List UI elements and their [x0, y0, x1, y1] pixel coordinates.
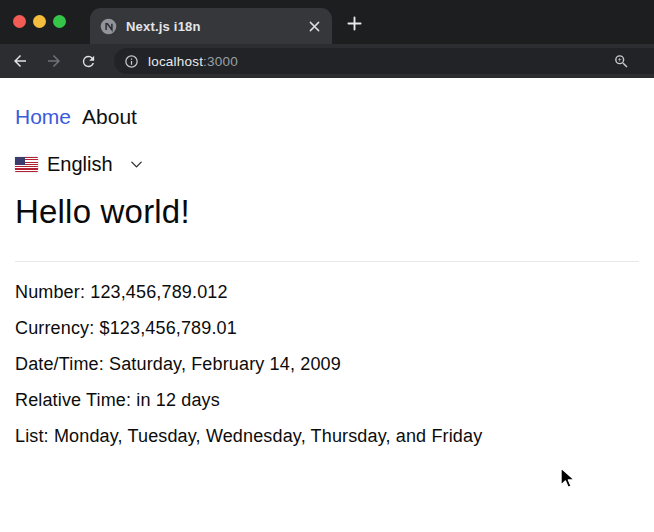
window-minimize-button[interactable] [33, 15, 46, 28]
stat-row-number: Number: 123,456,789.012 [15, 281, 639, 304]
url-text: localhost:3000 [148, 54, 238, 69]
url-host: localhost [148, 54, 203, 69]
stat-label: Date/Time: [15, 354, 104, 374]
mouse-cursor [556, 466, 578, 492]
browser-toolbar: localhost:3000 [0, 44, 654, 78]
browser-tab[interactable]: Next.js i18n [90, 8, 332, 44]
stat-row-currency: Currency: $123,456,789.01 [15, 317, 639, 340]
close-icon [309, 21, 320, 32]
nextjs-favicon-icon [100, 18, 117, 35]
us-flag-icon [15, 157, 38, 172]
info-icon [124, 54, 139, 69]
forward-button[interactable] [42, 47, 66, 75]
stat-value: $123,456,789.01 [100, 318, 237, 338]
stat-value: in 12 days [136, 390, 220, 410]
stat-row-relative-time: Relative Time: in 12 days [15, 389, 639, 412]
stat-row-datetime: Date/Time: Saturday, February 14, 2009 [15, 353, 639, 376]
tab-strip: Next.js i18n [0, 0, 654, 44]
address-bar[interactable]: localhost:3000 [114, 48, 654, 74]
nav-link-about[interactable]: About [82, 104, 137, 129]
tab-close-button[interactable] [305, 17, 323, 35]
stat-value: Saturday, February 14, 2009 [109, 354, 341, 374]
nav-link-home[interactable]: Home [15, 104, 71, 129]
window-close-button[interactable] [13, 15, 26, 28]
new-tab-button[interactable] [343, 12, 365, 34]
site-nav: Home About [15, 104, 639, 129]
traffic-lights [13, 15, 66, 28]
window-zoom-button[interactable] [53, 15, 66, 28]
page-title: Hello world! [15, 192, 639, 231]
back-button[interactable] [8, 47, 32, 75]
language-label: English [47, 151, 113, 177]
stat-value: 123,456,789.012 [90, 282, 227, 302]
reload-button[interactable] [76, 47, 100, 75]
zoom-in-icon [613, 53, 630, 70]
site-info-button[interactable] [124, 54, 139, 69]
url-port: :3000 [203, 54, 238, 69]
stat-value: Monday, Tuesday, Wednesday, Thursday, an… [54, 426, 482, 446]
browser-window: { "window": { "tab": { "title": "Next.js… [0, 0, 654, 532]
chevron-down-icon [129, 157, 144, 172]
tab-title: Next.js i18n [126, 19, 305, 34]
back-arrow-icon [11, 52, 29, 70]
zoom-in-button[interactable] [613, 53, 630, 70]
divider [15, 261, 639, 262]
stat-label: Number: [15, 282, 85, 302]
stat-label: Currency: [15, 318, 94, 338]
stat-label: Relative Time: [15, 390, 131, 410]
language-switcher[interactable]: English [15, 151, 144, 177]
page-content: Home About English Hello world! Number: … [0, 78, 654, 448]
plus-icon [347, 16, 362, 31]
stat-label: List: [15, 426, 49, 446]
stat-row-list: List: Monday, Tuesday, Wednesday, Thursd… [15, 425, 639, 448]
forward-arrow-icon [45, 52, 63, 70]
reload-icon [80, 53, 97, 70]
